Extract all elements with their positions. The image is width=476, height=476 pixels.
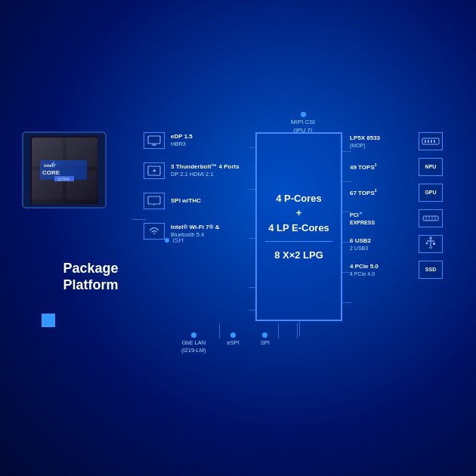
lpg-label: 8 X×2 LPG: [265, 248, 332, 263]
lp5x-sub: (MOP): [350, 143, 414, 148]
usb-icon: [419, 235, 443, 253]
svg-rect-22: [428, 140, 429, 143]
svg-point-32: [426, 243, 428, 245]
gbe-item: GbE LAN (I219-LM): [181, 332, 206, 354]
memory-icon: [419, 132, 443, 150]
lp5x-item: LP5X 8533 (MOP): [350, 132, 463, 150]
svg-rect-33: [433, 243, 435, 245]
spi-main-label: SPI w/THC: [171, 197, 201, 205]
spi-bottom-item: SPI: [261, 332, 270, 347]
conn-v-gbe: [219, 323, 220, 338]
svg-rect-25: [423, 216, 438, 221]
npu-item: 49 TOPS2 NPU: [350, 158, 463, 176]
pcie-label: PCI➤EXPRESS: [350, 211, 414, 226]
lpe-cores-label: 4 LP E-Cores: [268, 221, 329, 236]
chip-area: intel CORE ULTRA: [15, 121, 136, 242]
conn-v-spi: [297, 323, 298, 338]
mipi-csi-label: MIPI CSI (IPU 7): [291, 112, 315, 134]
gpu-text: GPU: [425, 190, 436, 196]
chip-illustration: intel CORE ULTRA: [15, 121, 113, 219]
svg-marker-17: [153, 168, 156, 174]
package-title-line2: Platform: [34, 277, 147, 294]
gbe-label-line2: (I219-LM): [181, 347, 206, 354]
svg-rect-23: [431, 140, 432, 143]
gpu-tops-label: 67 TOPS2: [350, 188, 414, 197]
ssd-item: 4 PCIe 5.0 4 PCIe 4.0 SSD: [350, 261, 463, 279]
edp-sub-label: HBR3: [171, 141, 193, 148]
ssd-text: SSD: [425, 267, 436, 273]
spi-monitor-icon: [144, 193, 165, 209]
ish-label: ISH: [165, 236, 184, 244]
npu-text: NPU: [425, 164, 437, 170]
mipi-text: MIPI CSI: [291, 119, 315, 125]
spi-bottom-dot: [262, 332, 267, 338]
usb-item: 6 USB2 2 USB3: [350, 235, 463, 253]
lp5x-label: LP5X 8533: [350, 134, 414, 142]
bottom-labels-panel: GbE LAN (I219-LM) eSPI SPI: [181, 332, 270, 354]
thunderbolt-main-label: 3 Thunderbolt™ 4 Ports: [171, 163, 240, 171]
spi-interface: SPI w/THC: [144, 193, 249, 209]
pcie50-label: 4 PCIe 5.0: [350, 263, 414, 270]
edp-main-label: eDP 1.5: [171, 133, 193, 141]
npu-tops-label: 49 TOPS2: [350, 162, 414, 172]
espi-item: eSPI: [227, 332, 240, 347]
usb2-label: 6 USB2: [350, 237, 414, 245]
pcie-icon: [419, 209, 443, 227]
pcie-item: PCI➤EXPRESS: [350, 209, 463, 227]
espi-label: eSPI: [227, 339, 240, 347]
ish-text: ISH: [172, 236, 184, 244]
svg-rect-18: [148, 196, 160, 204]
npu-icon: NPU: [419, 158, 443, 176]
usb3-label: 2 USB3: [350, 246, 414, 251]
gpu-icon: GPU: [419, 184, 443, 202]
right-interfaces-panel: LP5X 8533 (MOP) 49 TOPS2 NPU: [350, 132, 463, 286]
conn-r6: [342, 302, 351, 303]
main-container: intel CORE ULTRA Package Platform: [0, 0, 476, 476]
cores-plus: +: [268, 206, 329, 221]
wifi-main-label: Intel® Wi-Fi 7® &: [171, 224, 220, 231]
gbe-dot: [191, 332, 196, 338]
espi-dot: [230, 332, 236, 338]
svg-rect-12: [32, 138, 98, 204]
wifi-interface: Intel® Wi-Fi 7® & Bluetooth 5.4: [144, 223, 249, 240]
thunderbolt-sub-label: DP 2.1 HDMI 2.1: [171, 171, 240, 178]
conn-v-bottom: [299, 321, 300, 336]
mipi-dot: [301, 112, 306, 117]
gpu-item: 67 TOPS2 GPU: [350, 184, 463, 202]
monitor-icon: [144, 132, 165, 149]
cpu-cores-block: 4 P-Cores + 4 LP E-Cores 8 X×2 LPG: [255, 132, 342, 321]
svg-rect-13: [148, 136, 160, 144]
pcie40-label: 4 PCIe 4.0: [350, 271, 414, 277]
conn-v-espi: [278, 323, 279, 338]
edp-interface: eDP 1.5 HBR3: [144, 132, 249, 149]
package-platform-label: Package Platform: [34, 261, 147, 293]
gbe-label-line1: GbE LAN: [181, 339, 206, 347]
package-title-line1: Package: [34, 261, 147, 277]
p-cores-label: 4 P-Cores: [268, 191, 329, 206]
ssd-icon: SSD: [419, 261, 443, 279]
wifi-icon: [144, 223, 165, 240]
spi-bottom-label: SPI: [261, 339, 270, 347]
blue-accent-square: [42, 314, 55, 327]
svg-rect-21: [425, 140, 426, 143]
thunderbolt-interface: 3 Thunderbolt™ 4 Ports DP 2.1 HDMI 2.1: [144, 162, 249, 179]
svg-rect-24: [434, 140, 435, 143]
left-interfaces-panel: eDP 1.5 HBR3 3 Thunderbolt™ 4 Ports DP 2…: [144, 132, 249, 253]
thunderbolt-icon: [144, 162, 165, 179]
ish-dot: [165, 238, 169, 243]
